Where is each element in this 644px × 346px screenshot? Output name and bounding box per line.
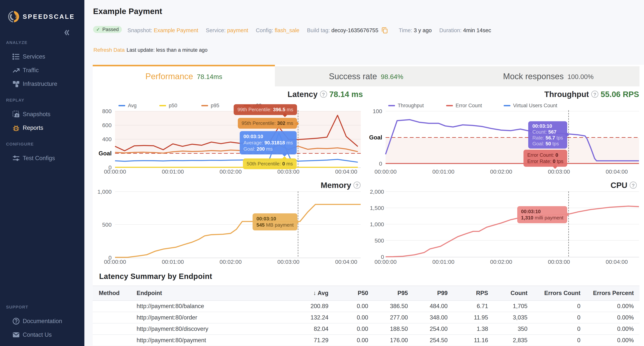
svg-text:00:02:00: 00:02:00 — [220, 168, 242, 175]
svg-text:00:04:00: 00:04:00 — [606, 259, 628, 265]
svg-text:0: 0 — [379, 160, 382, 167]
svg-text:00:04:00: 00:04:00 — [335, 168, 358, 175]
svg-text:1,000: 1,000 — [370, 221, 384, 227]
svg-text:800: 800 — [102, 108, 112, 114]
svg-text:00:04:00: 00:04:00 — [335, 259, 358, 265]
svg-text:400: 400 — [102, 136, 112, 142]
svg-text:500: 500 — [374, 237, 384, 244]
svg-text:1,000: 1,000 — [98, 189, 112, 195]
svg-text:00:03:00: 00:03:00 — [548, 259, 570, 265]
svg-text:00:01:00: 00:01:00 — [162, 168, 184, 175]
svg-text:500: 500 — [102, 222, 112, 228]
svg-text:1,500: 1,500 — [370, 205, 384, 211]
svg-text:00:02:00: 00:02:00 — [490, 168, 512, 175]
svg-text:00:03:00: 00:03:00 — [277, 259, 300, 265]
svg-text:2,000: 2,000 — [370, 189, 384, 195]
svg-text:00:00:00: 00:00:00 — [374, 168, 397, 175]
svg-text:00:02:00: 00:02:00 — [220, 259, 242, 265]
svg-text:00:01:00: 00:01:00 — [432, 168, 454, 175]
svg-text:100: 100 — [373, 108, 382, 114]
svg-text:Goal: Goal — [98, 150, 112, 157]
svg-text:00:02:00: 00:02:00 — [490, 259, 512, 265]
svg-text:00:01:00: 00:01:00 — [162, 259, 184, 265]
svg-text:00:00:00: 00:00:00 — [104, 168, 126, 175]
svg-text:00:00:00: 00:00:00 — [104, 259, 126, 265]
svg-text:600: 600 — [102, 122, 112, 128]
svg-text:00:03:00: 00:03:00 — [277, 168, 300, 175]
svg-text:00:00:00: 00:00:00 — [374, 259, 397, 265]
svg-text:00:03:00: 00:03:00 — [548, 168, 570, 175]
svg-text:00:01:00: 00:01:00 — [432, 259, 454, 265]
svg-text:00:04:00: 00:04:00 — [606, 168, 628, 175]
svg-text:Goal: Goal — [369, 134, 382, 141]
